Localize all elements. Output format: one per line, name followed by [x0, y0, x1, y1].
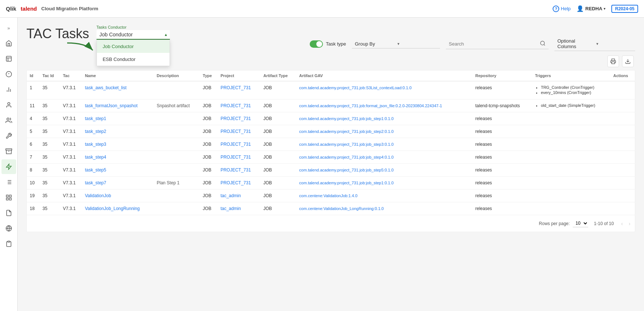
cell-description: [154, 164, 200, 177]
optional-columns-select[interactable]: Optional Columns ▾: [554, 37, 635, 51]
sidebar-item-chart[interactable]: [1, 82, 16, 97]
cell-name[interactable]: ValidationJob: [82, 189, 154, 202]
cell-artifact-gav[interactable]: com.talend.academy.project_731.job:job_s…: [296, 112, 472, 125]
sidebar-item-clipboard[interactable]: [1, 236, 16, 238]
table-row: 11 35 V7.3.1 task_formatJson_snpashot Sn…: [27, 100, 635, 112]
table-row: 4 35 V7.3.1 task_step1 JOB PROJECT_731 J…: [27, 112, 635, 125]
sidebar-item-people[interactable]: [1, 113, 16, 128]
brand: Qlik talend Cloud Migration Platform: [6, 6, 98, 12]
cell-project[interactable]: tac_admin: [218, 189, 261, 202]
conductor-option-esb[interactable]: ESB Conductor: [97, 53, 170, 66]
conductor-selector[interactable]: Job Conductor ▴ Job Conductor ESB Conduc…: [97, 30, 170, 40]
cell-project[interactable]: PROJECT_731: [218, 177, 261, 189]
sidebar-item-lightning[interactable]: [1, 159, 16, 174]
cell-description: [154, 112, 200, 125]
conductor-option-job[interactable]: Job Conductor: [97, 40, 170, 53]
cell-name[interactable]: task_step2: [82, 125, 154, 138]
col-header-repository: Repository: [472, 70, 532, 81]
cell-description: [154, 125, 200, 138]
group-by-select[interactable]: Group By ▾: [352, 40, 440, 48]
help-button[interactable]: ? Help: [553, 6, 571, 12]
cell-artifact-gav[interactable]: com.centene:ValidationJob:1.4.0: [296, 189, 472, 202]
col-header-actions: Actions: [610, 70, 635, 81]
cell-name[interactable]: task_step5: [82, 164, 154, 177]
cell-id: 18: [27, 202, 40, 215]
sidebar-item-list[interactable]: [1, 175, 16, 189]
cell-project[interactable]: tac_admin: [218, 202, 261, 215]
cell-id: 4: [27, 112, 40, 125]
cell-type: JOB: [200, 164, 218, 177]
breadcrumb: Tasks Conductor: [97, 25, 170, 29]
page-range: 1-10 of 10: [594, 221, 614, 226]
cell-tac: V7.3.1: [60, 164, 82, 177]
cell-triggers: TRG_Controller (CronTrigger)every_10mins…: [532, 81, 610, 100]
user-label: REDHA: [585, 6, 602, 11]
sidebar-item-home[interactable]: [1, 36, 16, 51]
cell-artifact-gav[interactable]: com.talend.academy.project_731.job:S3Lis…: [296, 81, 472, 100]
svg-rect-20: [6, 195, 8, 197]
cell-project[interactable]: PROJECT_731: [218, 164, 261, 177]
cell-repository: releases: [472, 202, 532, 215]
cell-name[interactable]: task_step3: [82, 138, 154, 151]
svg-point-10: [7, 118, 9, 120]
version-badge[interactable]: R2024-05: [611, 5, 638, 13]
download-button[interactable]: [622, 55, 634, 67]
cell-name[interactable]: task_step4: [82, 151, 154, 164]
rows-per-page-select[interactable]: 10 25 50: [573, 220, 588, 227]
print-button[interactable]: [607, 55, 619, 67]
cell-artifact-gav[interactable]: com.talend.academy.project_731.job:job_s…: [296, 151, 472, 164]
cell-project[interactable]: PROJECT_731: [218, 138, 261, 151]
cell-name[interactable]: task_aws_bucket_list: [82, 81, 154, 100]
sidebar-item-file[interactable]: [1, 206, 16, 220]
sidebar-item-box[interactable]: [1, 144, 16, 159]
tasks-table: Id Tac Id Tac Name Description Type Proj…: [27, 70, 635, 215]
search-input[interactable]: [449, 41, 540, 47]
cell-tac: V7.3.1: [60, 125, 82, 138]
cell-project[interactable]: PROJECT_731: [218, 81, 261, 100]
svg-marker-13: [6, 164, 11, 170]
cell-name[interactable]: task_formatJson_snpashot: [82, 100, 154, 112]
cell-triggers: [532, 112, 610, 125]
cell-artifact-gav[interactable]: com.talend.academy.project_731.job:job_s…: [296, 138, 472, 151]
cell-description: [154, 189, 200, 202]
arrow-annotation: [63, 41, 97, 57]
cell-triggers: [532, 151, 610, 164]
cell-name[interactable]: task_step1: [82, 112, 154, 125]
user-menu[interactable]: 👤 REDHA ▾: [576, 5, 605, 12]
next-page-button[interactable]: ›: [627, 220, 632, 227]
cell-tac-id: 35: [40, 112, 60, 125]
cell-description: Plan Step 1: [154, 177, 200, 189]
task-type-switch[interactable]: [310, 40, 323, 48]
cell-artifact-type: JOB: [261, 112, 296, 125]
table-row: 1 35 V7.3.1 task_aws_bucket_list JOB PRO…: [27, 81, 635, 100]
cell-actions: [610, 138, 635, 151]
cell-type: JOB: [200, 177, 218, 189]
sidebar-item-expand[interactable]: »: [1, 21, 16, 35]
cell-project[interactable]: PROJECT_731: [218, 151, 261, 164]
cell-description: [154, 151, 200, 164]
cell-triggers: [532, 125, 610, 138]
sidebar-item-info[interactable]: [1, 67, 16, 82]
cell-project[interactable]: PROJECT_731: [218, 100, 261, 112]
cell-artifact-gav[interactable]: com.talend.academy.project_731.job:job_s…: [296, 125, 472, 138]
cell-name[interactable]: ValidationJob_LongRunning: [82, 202, 154, 215]
task-type-toggle[interactable]: Task type: [310, 40, 346, 48]
cell-artifact-gav[interactable]: com.talend.academy.project_731.job:forma…: [296, 100, 472, 112]
sidebar-item-person[interactable]: [1, 98, 16, 112]
prev-page-button[interactable]: ‹: [620, 220, 625, 227]
sidebar-item-tools[interactable]: [1, 129, 16, 143]
cell-name[interactable]: task_step7: [82, 177, 154, 189]
cell-project[interactable]: PROJECT_731: [218, 112, 261, 125]
cell-project[interactable]: PROJECT_731: [218, 125, 261, 138]
sidebar-item-grid[interactable]: [1, 190, 16, 205]
cell-actions: [610, 164, 635, 177]
cell-artifact-gav[interactable]: com.talend.academy.project_731.job:job_s…: [296, 164, 472, 177]
cell-artifact-gav[interactable]: com.talend.academy.project_731.job:job_s…: [296, 177, 472, 189]
cell-artifact-gav[interactable]: com.centene:ValidationJob_LongRunning:0.…: [296, 202, 472, 215]
cell-actions: [610, 100, 635, 112]
search-box[interactable]: [446, 39, 549, 49]
sidebar-item-globe[interactable]: [1, 221, 16, 236]
conductor-select-control[interactable]: Job Conductor ▴: [97, 30, 170, 40]
sidebar-item-tasks[interactable]: [1, 51, 16, 66]
rows-per-page-label: Rows per page:: [539, 221, 570, 226]
